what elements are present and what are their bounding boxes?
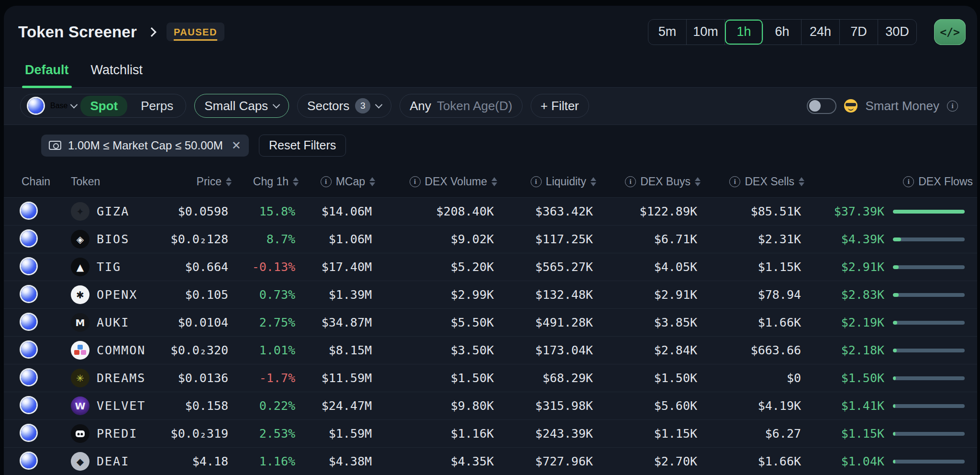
add-filter-button[interactable]: + Filter (531, 94, 589, 118)
chevron-down-icon[interactable] (70, 101, 78, 109)
active-filters-row: 1.00M ≤ Market Cap ≤ 50.00M ✕ Reset Filt… (4, 125, 977, 166)
table-header: ChainTokenPriceChg 1hiMCapiDEX VolumeiLi… (4, 166, 977, 198)
timeframe-30D[interactable]: 30D (878, 20, 916, 45)
chg-1h-cell: 2.53% (233, 427, 300, 441)
chevron-down-icon (273, 101, 280, 109)
chg-1h-cell: -0.13% (233, 260, 300, 274)
code-view-button[interactable]: </> (934, 19, 966, 45)
dex-flows-bar (893, 265, 965, 269)
col-header-chg-1h[interactable]: Chg 1h (233, 175, 300, 188)
info-icon[interactable]: i (625, 176, 636, 187)
dex-flows-bar (893, 238, 965, 241)
table-row-giza[interactable]: ✦GIZA$0.059815.8%$14.06M$208.40K$363.42K… (4, 197, 977, 225)
dex-volume-cell: $1.16K (376, 427, 498, 441)
segment-perps[interactable]: Perps (131, 96, 183, 116)
info-icon[interactable]: i (321, 176, 332, 187)
dex-flows-bar-fill (893, 404, 895, 408)
price-cell: $0.0104 (152, 316, 233, 329)
dex-sells-cell: $0 (702, 371, 805, 385)
dex-flows-bar-fill (893, 265, 899, 269)
tab-watchlist[interactable]: Watchlist (91, 63, 143, 87)
col-header-token: Token (56, 175, 152, 188)
timeframe-24h[interactable]: 24h (802, 20, 840, 45)
table-row-velvet[interactable]: WVELVET$0.1580.22%$24.47M$9.80K$315.98K$… (4, 392, 977, 419)
sort-arrows-icon (799, 177, 804, 186)
dex-sells-cell: $1.15K (702, 260, 805, 274)
token-age-filter[interactable]: Any Token Age(D) (400, 94, 522, 118)
info-icon[interactable]: i (903, 176, 914, 187)
table-row-deai[interactable]: ◆DEAI$4.181.16%$4.38M$4.35K$727.96K$2.70… (4, 447, 977, 475)
col-header-dex-volume[interactable]: iDEX Volume (376, 175, 498, 188)
col-header-mcap[interactable]: iMCap (300, 175, 376, 188)
dex-sells-cell: $663.66 (702, 343, 805, 357)
sunglasses-emoji-icon (844, 99, 858, 113)
table-row-common[interactable]: COMMON$0.0₂3201.01%$8.15M$3.50K$173.04K$… (4, 336, 977, 364)
info-icon[interactable]: i (410, 176, 421, 187)
dex-flows-cell: $2.19K (805, 316, 977, 329)
base-chain-icon (21, 314, 36, 329)
dex-flows-cell: $1.15K (805, 427, 977, 441)
dex-flows-bar (893, 376, 965, 380)
table-row-auki[interactable]: MAUKI$0.01042.75%$34.87M$5.50K$491.28K$3… (4, 308, 977, 336)
timeframe-1h[interactable]: 1h (725, 20, 763, 45)
table-row-dreams[interactable]: ✳DREAMS$0.0136-1.7%$11.59M$1.50K$68.29K$… (4, 364, 977, 392)
market-cap-chip[interactable]: 1.00M ≤ Market Cap ≤ 50.00M ✕ (41, 135, 249, 157)
info-icon[interactable]: i (729, 176, 740, 187)
table-row-openx[interactable]: ✱OPENX$0.1050.73%$1.39M$2.99K$132.48K$2.… (4, 281, 977, 308)
tab-default[interactable]: Default (25, 63, 69, 87)
info-icon[interactable]: i (531, 176, 542, 187)
timeframe-10m[interactable]: 10m (687, 20, 725, 45)
dex-flows-bar-fill (893, 376, 896, 380)
col-label: Chg 1h (253, 175, 289, 188)
col-header-price[interactable]: Price (152, 175, 233, 188)
token-name: GIZA (97, 204, 129, 218)
reset-filters-button[interactable]: Reset Filters (259, 135, 346, 157)
dex-flows-value: $37.39K (834, 204, 884, 218)
col-header-dex-sells[interactable]: iDEX Sells (702, 175, 805, 188)
price-cell: $0.0136 (152, 371, 233, 385)
chain-dropdown[interactable]: Base (50, 102, 67, 110)
table-row-tig[interactable]: ▲TIG$0.664-0.13%$17.40M$5.20K$565.27K$4.… (4, 253, 977, 281)
auki-token-icon: M (71, 313, 89, 332)
price-cell: $0.158 (152, 399, 233, 413)
dex-flows-value: $2.18K (841, 343, 884, 357)
segment-spot[interactable]: Spot (80, 96, 127, 116)
status-badge[interactable]: PAUSED (167, 23, 224, 41)
liquidity-cell: $491.28K (498, 316, 597, 329)
info-icon[interactable]: i (947, 101, 958, 112)
col-header-dex-buys[interactable]: iDEX Buys (597, 175, 702, 188)
timeframe-7D[interactable]: 7D (840, 20, 878, 45)
sort-arrows-icon (226, 177, 232, 186)
breadcrumb-chevron-icon[interactable] (147, 27, 156, 37)
sectors-dropdown[interactable]: Sectors 3 (297, 94, 391, 118)
dex-flows-bar-fill (893, 293, 899, 297)
table-row-bios[interactable]: ◈BIOS$0.0₂1288.7%$1.06M$9.02K$117.25K$6.… (4, 225, 977, 253)
col-label: MCap (336, 175, 365, 188)
token-name: BIOS (97, 232, 129, 246)
dex-volume-cell: $4.35K (376, 454, 498, 468)
chg-1h-cell: 1.01% (233, 343, 300, 357)
col-header-liquidity[interactable]: iLiquidity (498, 175, 597, 188)
col-header-dex-flows[interactable]: iDEX Flows (805, 175, 977, 188)
remove-chip-icon[interactable]: ✕ (230, 139, 241, 152)
dreams-token-icon: ✳ (71, 369, 89, 387)
mcap-cell: $11.59M (300, 371, 376, 385)
smart-money-toggle[interactable] (807, 98, 836, 114)
dex-sells-cell: $6.27 (702, 427, 805, 441)
timeframe-5m[interactable]: 5m (648, 20, 687, 45)
mcap-cell: $1.06M (300, 232, 376, 246)
dex-volume-cell: $9.02K (376, 232, 498, 246)
dex-sells-cell: $2.31K (702, 232, 805, 246)
dex-flows-bar (893, 293, 965, 297)
sectors-count-badge: 3 (355, 98, 370, 113)
dex-flows-value: $2.91K (841, 260, 884, 274)
mcap-cell: $17.40M (300, 260, 376, 274)
market-cap-dropdown[interactable]: Small Caps (194, 94, 289, 118)
base-chain-icon (21, 370, 36, 385)
table-row-predi[interactable]: PREDI$0.0₂3192.53%$1.59M$1.16K$243.39K$1… (4, 419, 977, 447)
col-label: DEX Volume (425, 175, 487, 188)
dex-sells-cell: $4.19K (702, 399, 805, 413)
timeframe-6h[interactable]: 6h (763, 20, 802, 45)
sort-arrows-icon (695, 177, 701, 186)
price-cell: $0.105 (152, 288, 233, 302)
